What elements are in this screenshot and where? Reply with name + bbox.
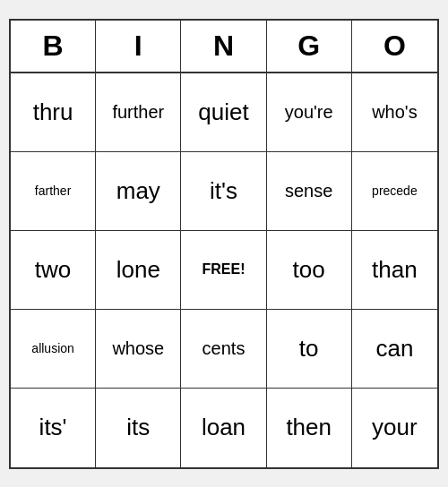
cell-text-8: sense: [285, 181, 332, 201]
bingo-cell-9: precede: [352, 152, 437, 231]
bingo-cell-10: two: [11, 231, 96, 310]
cell-text-2: quiet: [198, 98, 248, 126]
cell-text-11: lone: [116, 256, 160, 284]
cell-text-17: cents: [202, 338, 246, 359]
header-letter-b: B: [11, 21, 96, 72]
cell-text-20: its': [39, 414, 67, 441]
cell-text-0: thru: [33, 98, 73, 126]
header-letter-o: O: [352, 21, 437, 72]
bingo-cell-14: than: [352, 231, 437, 310]
cell-text-18: to: [299, 335, 319, 363]
bingo-cell-13: too: [267, 231, 352, 310]
cell-text-16: whose: [112, 338, 164, 359]
header-letter-g: G: [267, 21, 352, 72]
cell-text-3: you're: [285, 102, 333, 123]
bingo-cell-2: quiet: [181, 73, 266, 152]
bingo-cell-17: cents: [181, 310, 266, 389]
bingo-cell-7: it's: [181, 152, 266, 231]
cell-text-12: FREE!: [202, 261, 245, 278]
bingo-cell-11: lone: [96, 231, 181, 310]
bingo-card: BINGO thrufurtherquietyou'rewho'sfarther…: [9, 19, 439, 469]
cell-text-4: who's: [372, 102, 418, 123]
bingo-cell-5: farther: [11, 152, 96, 231]
bingo-cell-1: further: [96, 73, 181, 152]
cell-text-24: your: [372, 414, 418, 441]
bingo-grid: thrufurtherquietyou'rewho'sfarthermayit'…: [11, 73, 437, 467]
bingo-cell-19: can: [352, 310, 437, 389]
bingo-cell-3: you're: [267, 73, 352, 152]
cell-text-5: farther: [35, 184, 71, 198]
bingo-cell-6: may: [96, 152, 181, 231]
cell-text-6: may: [116, 177, 160, 205]
cell-text-19: can: [375, 335, 413, 363]
bingo-cell-20: its': [11, 389, 96, 467]
bingo-cell-15: allusion: [11, 310, 96, 389]
cell-text-23: then: [286, 414, 332, 441]
bingo-cell-21: its: [96, 389, 181, 467]
bingo-header: BINGO: [11, 21, 437, 73]
bingo-cell-12: FREE!: [181, 231, 266, 310]
bingo-cell-16: whose: [96, 310, 181, 389]
header-letter-n: N: [181, 21, 266, 72]
cell-text-14: than: [372, 256, 418, 284]
cell-text-10: two: [35, 256, 71, 284]
bingo-cell-24: your: [352, 389, 437, 467]
cell-text-13: too: [293, 256, 325, 284]
cell-text-15: allusion: [31, 341, 73, 355]
bingo-cell-4: who's: [352, 73, 437, 152]
header-letter-i: I: [96, 21, 181, 72]
bingo-cell-23: then: [267, 389, 352, 467]
bingo-cell-0: thru: [11, 73, 96, 152]
bingo-cell-18: to: [267, 310, 352, 389]
cell-text-7: it's: [210, 177, 237, 205]
cell-text-9: precede: [372, 184, 418, 198]
cell-text-21: its: [126, 414, 150, 441]
cell-text-22: loan: [202, 414, 246, 441]
bingo-cell-8: sense: [267, 152, 352, 231]
bingo-cell-22: loan: [181, 389, 266, 467]
cell-text-1: further: [112, 102, 164, 123]
